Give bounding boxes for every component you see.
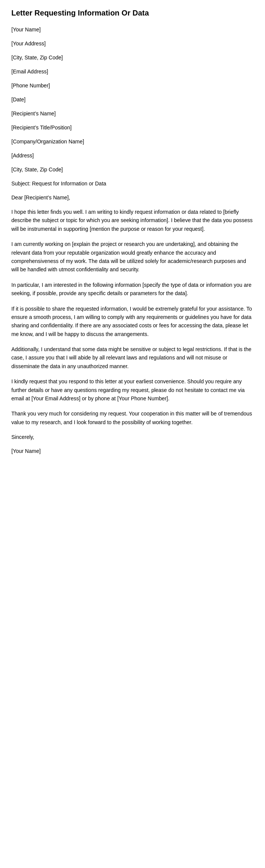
email-address-field: [Email Address]: [11, 68, 254, 76]
your-address-field: [Your Address]: [11, 40, 254, 48]
paragraph-3: In particular, I am interested in the fo…: [11, 281, 254, 298]
city-state-zip2-field: [City, State, Zip Code]: [11, 166, 254, 174]
recipient-title-field: [Recipient’s Title/Position]: [11, 124, 254, 132]
paragraph-4: If it is possible to share the requested…: [11, 305, 254, 339]
letter-title: Letter Requesting Information Or Data: [11, 8, 254, 18]
salutation: Dear [Recipient’s Name],: [11, 194, 254, 202]
your-name-field: [Your Name]: [11, 26, 254, 34]
city-state-zip-field: [City, State, Zip Code]: [11, 54, 254, 62]
subject-line: Subject: Request for Information or Data: [11, 180, 254, 188]
paragraph-6: I kindly request that you respond to thi…: [11, 377, 254, 403]
company-name-field: [Company/Organization Name]: [11, 138, 254, 146]
paragraph-2: I am currently working on [explain the p…: [11, 240, 254, 274]
recipient-name-field: [Recipient’s Name]: [11, 110, 254, 118]
signature: [Your Name]: [11, 447, 254, 455]
paragraph-1: I hope this letter finds you well. I am …: [11, 208, 254, 233]
paragraph-5: Additionally, I understand that some dat…: [11, 345, 254, 370]
date-field: [Date]: [11, 96, 254, 104]
phone-number-field: [Phone Number]: [11, 82, 254, 90]
address-field: [Address]: [11, 152, 254, 160]
paragraph-7: Thank you very much for considering my r…: [11, 409, 254, 426]
closing: Sincerely,: [11, 433, 254, 441]
